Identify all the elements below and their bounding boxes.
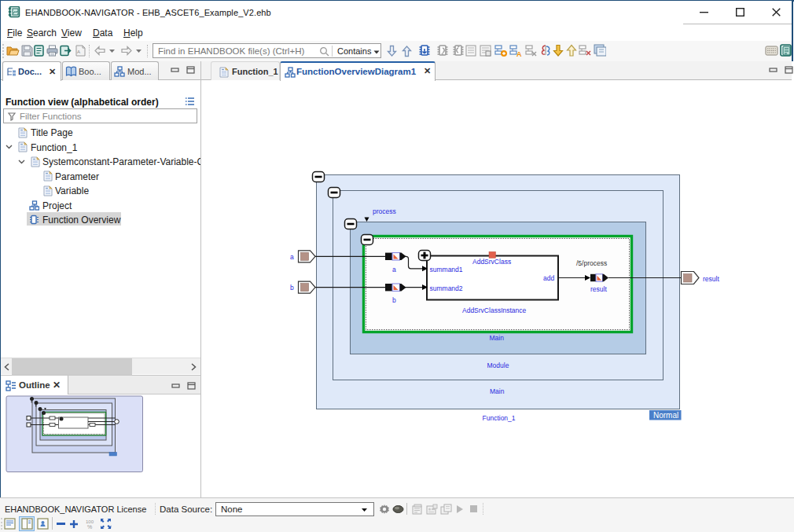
- svg-text:add: add: [543, 274, 554, 282]
- svg-text:summand2: summand2: [430, 284, 463, 292]
- svg-text:/5/process: /5/process: [576, 259, 607, 267]
- svg-text:a: a: [392, 266, 396, 273]
- svg-text:Normal: Normal: [653, 411, 678, 420]
- svg-text:AddSrvClassInstance: AddSrvClassInstance: [462, 306, 527, 314]
- svg-text:Main: Main: [490, 387, 505, 395]
- svg-text:result: result: [703, 275, 719, 283]
- svg-text:A: A: [516, 50, 522, 57]
- svg-text:Main: Main: [490, 334, 505, 342]
- svg-text:A: A: [77, 50, 80, 54]
- svg-text:Module: Module: [487, 361, 509, 369]
- svg-text:Function_1: Function_1: [483, 414, 516, 422]
- svg-text:%: %: [87, 524, 92, 530]
- svg-text:AddSrvClass: AddSrvClass: [472, 258, 511, 266]
- svg-text:process: process: [373, 207, 396, 215]
- svg-text:a: a: [290, 253, 294, 261]
- svg-text:result: result: [590, 285, 607, 293]
- svg-text:b: b: [290, 284, 294, 292]
- svg-text:summand1: summand1: [430, 266, 463, 273]
- svg-text:b: b: [392, 296, 396, 304]
